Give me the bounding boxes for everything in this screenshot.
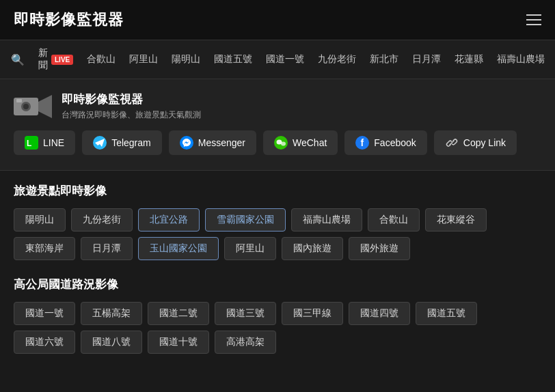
- camera-icon: [14, 92, 52, 121]
- tag-domestic[interactable]: 國內旅遊: [282, 237, 343, 260]
- content-section: 旅遊景點即時影像 陽明山 九份老街 北宜公路 雪霸國家公園 福壽山農場 合歡山 …: [0, 171, 555, 382]
- messenger-button[interactable]: Messenger: [169, 130, 256, 155]
- share-buttons: L LINE Telegram Messenger WeChat: [14, 130, 541, 155]
- search-icon[interactable]: 🔍: [11, 53, 25, 66]
- tag-hw3[interactable]: 國道三號: [215, 302, 276, 325]
- tag-hw8[interactable]: 國道八號: [81, 331, 142, 354]
- tag-beiyi[interactable]: 北宜公路: [138, 208, 200, 232]
- tag-hw5[interactable]: 國道五號: [416, 302, 477, 325]
- tag-hw1[interactable]: 國道一號: [14, 302, 75, 325]
- line-label: LINE: [43, 137, 64, 148]
- nav-item-jiufen[interactable]: 九份老街: [318, 53, 356, 66]
- tag-sunmoon[interactable]: 日月潭: [81, 237, 133, 260]
- tag-hw2[interactable]: 國道二號: [148, 302, 209, 325]
- telegram-button[interactable]: Telegram: [82, 130, 162, 155]
- telegram-icon: [93, 136, 107, 150]
- messenger-icon: [180, 136, 193, 150]
- tag-yushan[interactable]: 玉山國家公園: [138, 237, 219, 260]
- tag-huadong[interactable]: 花東縱谷: [425, 208, 487, 232]
- wechat-label: WeChat: [293, 137, 327, 148]
- tourism-section-title: 旅遊景點即時影像: [14, 183, 541, 199]
- tag-hw4[interactable]: 國道四號: [349, 302, 410, 325]
- nav-item-alishan[interactable]: 阿里山: [129, 53, 158, 66]
- share-section: 即時影像監視器 台灣路況即時影像、旅遊景點天氣觀測 L LINE Telegra…: [0, 79, 555, 171]
- svg-point-9: [180, 136, 193, 150]
- tag-alishan[interactable]: 阿里山: [224, 237, 276, 260]
- nav-item-highway5[interactable]: 國道五號: [214, 53, 252, 66]
- nav-item-fushou[interactable]: 福壽山農場: [497, 53, 545, 66]
- svg-text:f: f: [361, 137, 364, 148]
- copy-link-button[interactable]: Copy Link: [434, 130, 517, 155]
- app-title: 即時影像監視器: [14, 10, 124, 30]
- tag-hw3a[interactable]: 國三甲線: [282, 302, 343, 325]
- nav-news-label: 新聞: [38, 47, 48, 72]
- svg-text:L: L: [27, 139, 31, 148]
- tag-hw10[interactable]: 國道十號: [148, 331, 209, 354]
- nav-item-highway1[interactable]: 國道一號: [266, 53, 304, 66]
- live-badge: LIVE: [51, 55, 73, 65]
- wechat-button[interactable]: WeChat: [263, 130, 338, 155]
- svg-point-12: [281, 142, 286, 146]
- messenger-label: Messenger: [198, 137, 245, 148]
- link-icon: [445, 136, 459, 150]
- nav-item-sunmoon[interactable]: 日月潭: [412, 53, 441, 66]
- svg-marker-1: [38, 95, 52, 118]
- menu-button[interactable]: [526, 14, 541, 25]
- share-subtitle: 台灣路況即時影像、旅遊景點天氣觀測: [62, 109, 201, 121]
- telegram-label: Telegram: [111, 137, 151, 148]
- app-header: 即時影像監視器: [0, 0, 555, 40]
- share-header: 即時影像監視器 台灣路況即時影像、旅遊景點天氣觀測: [14, 92, 541, 121]
- tag-jiufen[interactable]: 九份老街: [71, 208, 133, 232]
- tag-hw6[interactable]: 國道六號: [14, 331, 75, 354]
- tag-overseas[interactable]: 國外旅遊: [349, 237, 410, 260]
- share-title: 即時影像監視器: [62, 92, 201, 107]
- tourism-section: 旅遊景點即時影像 陽明山 九份老街 北宜公路 雪霸國家公園 福壽山農場 合歡山 …: [14, 183, 541, 260]
- nav-item-newtp[interactable]: 新北市: [370, 53, 398, 66]
- copy-link-label: Copy Link: [463, 137, 506, 148]
- tag-yangming[interactable]: 陽明山: [14, 208, 66, 232]
- nav-item-hehuan[interactable]: 合歡山: [87, 53, 116, 66]
- tourism-tag-grid: 陽明山 九份老街 北宜公路 雪霸國家公園 福壽山農場 合歡山 花東縱谷 東部海岸…: [14, 208, 541, 260]
- tag-wuyang[interactable]: 五楊高架: [81, 302, 142, 325]
- tag-hehuan[interactable]: 合歡山: [368, 208, 420, 232]
- tag-gaogang[interactable]: 高港高架: [215, 331, 276, 354]
- highway-section-title: 高公局國道路況影像: [14, 277, 541, 292]
- navbar: 🔍 新聞 LIVE 合歡山 阿里山 陽明山 國道五號 國道一號 九份老街 新北市…: [0, 40, 555, 79]
- facebook-icon: f: [355, 136, 369, 150]
- nav-news[interactable]: 新聞 LIVE: [38, 47, 73, 72]
- facebook-label: Facebook: [374, 137, 416, 148]
- tag-eastcoast[interactable]: 東部海岸: [14, 237, 75, 260]
- facebook-button[interactable]: f Facebook: [344, 130, 427, 155]
- tag-xuepa[interactable]: 雪霸國家公園: [205, 208, 286, 232]
- svg-rect-4: [16, 99, 22, 102]
- nav-item-yangming[interactable]: 陽明山: [172, 53, 200, 66]
- tag-fushou[interactable]: 福壽山農場: [291, 208, 362, 232]
- wechat-icon: [274, 136, 288, 150]
- highway-tag-grid: 國道一號 五楊高架 國道二號 國道三號 國三甲線 國道四號 國道五號 國道六號 …: [14, 302, 541, 354]
- highway-section: 高公局國道路況影像 國道一號 五楊高架 國道二號 國道三號 國三甲線 國道四號 …: [14, 277, 541, 354]
- svg-point-3: [23, 104, 29, 109]
- nav-item-hualien[interactable]: 花蓮縣: [455, 53, 483, 66]
- line-button[interactable]: L LINE: [14, 130, 75, 155]
- line-icon: L: [25, 136, 38, 150]
